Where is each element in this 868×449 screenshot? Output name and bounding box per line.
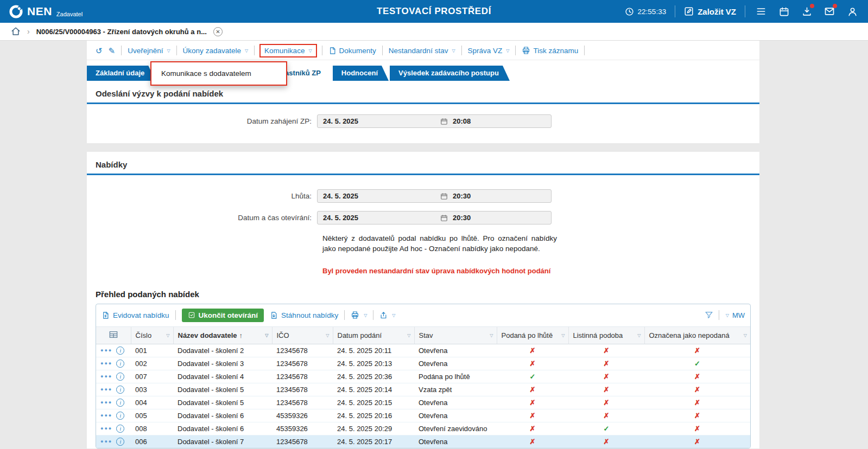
filter-caret-icon[interactable]: ▽ bbox=[326, 333, 329, 338]
tab-vysledek-zadavaciho-postupu[interactable]: Výsledek zadávacího postupu bbox=[390, 66, 510, 81]
column-header-listinna[interactable]: Listinná podoba▽ bbox=[568, 327, 644, 344]
export-table-button[interactable]: ▽ bbox=[379, 311, 395, 319]
row-menu-icon[interactable]: ●●● bbox=[100, 374, 112, 379]
date-value[interactable]: 24. 5. 2025 bbox=[318, 214, 440, 222]
time-value[interactable]: 20:08 bbox=[448, 117, 551, 125]
calendar-icon[interactable] bbox=[440, 118, 448, 125]
toolbar-dokumenty[interactable]: Dokumenty bbox=[328, 47, 376, 55]
user-button[interactable] bbox=[845, 4, 859, 18]
row-menu-icon[interactable]: ●●● bbox=[100, 439, 112, 444]
hamburger-icon bbox=[756, 6, 766, 17]
filter-caret-icon[interactable]: ▽ bbox=[744, 333, 747, 338]
mw-view-button[interactable]: ▽ MW bbox=[725, 311, 745, 319]
breadcrumb-record[interactable]: N006/25/V00004963 - Zřízení datových okr… bbox=[36, 28, 207, 36]
row-info-icon[interactable]: i bbox=[116, 399, 124, 407]
datetime-field-lhuta[interactable]: 24. 5. 2025 20:30 bbox=[317, 189, 552, 203]
row-menu-icon[interactable]: ●●● bbox=[100, 426, 112, 431]
toolbar-komunikace[interactable]: Komunikace ▽ bbox=[259, 44, 316, 57]
cell-cislo: 007 bbox=[131, 370, 173, 383]
zalozit-vz-button[interactable]: Založit VZ bbox=[684, 7, 736, 16]
filter-caret-icon[interactable]: ▽ bbox=[637, 333, 641, 338]
table-row[interactable]: ●●●i 007 Dodavatel - školení 4 12345678 … bbox=[96, 370, 750, 383]
date-value[interactable]: 24. 5. 2025 bbox=[318, 117, 440, 125]
mark-nepodana: ✗ bbox=[694, 412, 700, 420]
column-header-ico[interactable]: IČO▽ bbox=[272, 327, 333, 344]
table-row[interactable]: ●●●i 006 Dodavatel - školení 7 12345678 … bbox=[96, 435, 750, 448]
filter-caret-icon[interactable]: ▽ bbox=[407, 333, 410, 338]
row-menu-icon[interactable]: ●●● bbox=[100, 387, 112, 392]
row-info-icon[interactable]: i bbox=[116, 425, 124, 433]
home-icon[interactable] bbox=[11, 27, 21, 36]
column-header-datum[interactable]: Datum podání▽ bbox=[333, 327, 414, 344]
nen-logo[interactable]: NEN Zadavatel bbox=[9, 4, 83, 19]
evidovat-nabidku-button[interactable]: Evidovat nabídku bbox=[102, 311, 169, 319]
mark-po-lhute: ✗ bbox=[530, 425, 536, 433]
column-header-nazev[interactable]: Název dodavatele↑▽ bbox=[173, 327, 272, 344]
toolbar-nestandardni-stav[interactable]: Nestandardní stav ▽ bbox=[389, 47, 455, 55]
calendar-icon[interactable] bbox=[440, 193, 448, 200]
table-row[interactable]: ●●●i 005 Dodavatel - školení 6 45359326 … bbox=[96, 409, 750, 422]
filter-caret-icon[interactable]: ▽ bbox=[166, 333, 169, 338]
cell-datum: 24. 5. 2025 20:13 bbox=[333, 357, 414, 370]
table-row[interactable]: ●●●i 001 Dodavatel - školení 2 12345678 … bbox=[96, 344, 750, 357]
edit-record-icon[interactable]: ✎ bbox=[109, 47, 116, 55]
toolbar-tisk-zaznamu[interactable]: Tisk záznamu bbox=[522, 46, 578, 55]
stahnout-nabidky-button[interactable]: Stáhnout nabídky bbox=[270, 311, 338, 319]
downloads-button[interactable] bbox=[800, 4, 814, 18]
row-info-icon[interactable]: i bbox=[116, 412, 124, 420]
tab-zakladni-udaje[interactable]: Základní údaje bbox=[87, 66, 155, 81]
separator bbox=[675, 5, 675, 17]
filter-caret-icon[interactable]: ▽ bbox=[561, 333, 565, 338]
menu-button[interactable] bbox=[754, 4, 768, 18]
column-header-nepodana[interactable]: Označena jako nepodaná▽ bbox=[644, 327, 750, 344]
separator bbox=[344, 310, 345, 320]
time-value[interactable]: 20:30 bbox=[448, 192, 551, 200]
table-row[interactable]: ●●●i 008 Dodavatel - školení 6 45359326 … bbox=[96, 422, 750, 435]
row-menu-icon[interactable]: ●●● bbox=[100, 400, 112, 405]
ukoncit-otevirani-button[interactable]: Ukončit otevírání bbox=[182, 309, 264, 322]
cell-nazev: Dodavatel - školení 5 bbox=[173, 396, 272, 409]
cell-ico: 12345678 bbox=[272, 396, 333, 409]
print-table-button[interactable]: ▽ bbox=[351, 311, 367, 319]
current-time: 22:55:33 bbox=[638, 8, 667, 16]
toolbar-ukony-zadavatele[interactable]: Úkony zadavatele ▽ bbox=[183, 47, 248, 55]
mark-nepodana: ✗ bbox=[694, 373, 700, 381]
table-row[interactable]: ●●●i 004 Dodavatel - školení 5 12345678 … bbox=[96, 396, 750, 409]
row-menu-icon[interactable]: ●●● bbox=[100, 413, 112, 418]
column-header-stav[interactable]: Stav▽ bbox=[414, 327, 497, 344]
table-row[interactable]: ●●●i 002 Dodavatel - školení 3 12345678 … bbox=[96, 357, 750, 370]
row-info-icon[interactable]: i bbox=[116, 360, 124, 368]
cell-nazev: Dodavatel - školení 3 bbox=[173, 357, 272, 370]
column-header-cislo[interactable]: Číslo▽ bbox=[131, 327, 173, 344]
tab-hodnoceni[interactable]: Hodnocení bbox=[333, 66, 389, 81]
calendar-icon[interactable] bbox=[440, 214, 448, 222]
column-header-po-lhute[interactable]: Podaná po lhůtě▽ bbox=[497, 327, 568, 344]
filter-caret-icon[interactable]: ▽ bbox=[265, 333, 268, 338]
row-menu-icon[interactable]: ●●● bbox=[100, 348, 112, 353]
filter-caret-icon[interactable]: ▽ bbox=[490, 333, 493, 338]
row-menu-icon[interactable]: ●●● bbox=[100, 361, 112, 366]
separator bbox=[175, 310, 176, 320]
close-record-icon[interactable]: ✕ bbox=[213, 27, 223, 36]
time-value[interactable]: 20:30 bbox=[448, 214, 551, 222]
toolbar-uverejneni[interactable]: Uveřejnění ▽ bbox=[128, 47, 170, 55]
datetime-field-otevirani[interactable]: 24. 5. 2025 20:30 bbox=[317, 211, 552, 224]
filter-icon[interactable] bbox=[705, 311, 713, 319]
export-icon bbox=[379, 311, 388, 319]
messages-button[interactable] bbox=[822, 4, 837, 18]
date-value[interactable]: 24. 5. 2025 bbox=[318, 192, 440, 200]
row-info-icon[interactable]: i bbox=[116, 386, 124, 394]
datetime-field-zahajeni[interactable]: 24. 5. 2025 20:08 bbox=[317, 114, 552, 128]
cell-stav: Otevřena bbox=[414, 435, 497, 448]
separator bbox=[719, 310, 719, 320]
column-settings-header[interactable] bbox=[96, 327, 131, 344]
row-info-icon[interactable]: i bbox=[116, 347, 124, 355]
row-info-icon[interactable]: i bbox=[116, 438, 124, 446]
calendar-button[interactable] bbox=[777, 4, 791, 18]
cell-stav: Otevřena bbox=[414, 409, 497, 422]
row-info-icon[interactable]: i bbox=[116, 373, 124, 381]
menu-item-komunikace-s-dodavatelem[interactable]: Komunikace s dodavatelem bbox=[151, 62, 286, 85]
table-row[interactable]: ●●●i 003 Dodavatel - školení 5 12345678 … bbox=[96, 383, 750, 396]
refresh-icon[interactable]: ↺ bbox=[96, 47, 103, 55]
toolbar-sprava-vz[interactable]: Správa VZ ▽ bbox=[468, 47, 510, 55]
